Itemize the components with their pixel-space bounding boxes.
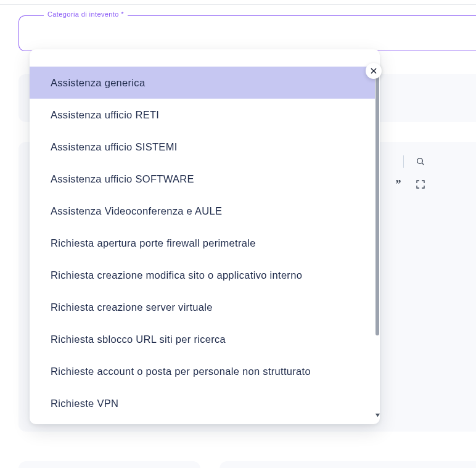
scrollbar-thumb[interactable] bbox=[375, 70, 379, 335]
svg-marker-5 bbox=[375, 413, 379, 416]
top-divider bbox=[0, 4, 476, 5]
search-icon[interactable] bbox=[415, 156, 426, 167]
category-select-field[interactable]: Categoria di intevento * bbox=[18, 15, 476, 51]
dropdown-option[interactable]: Richiesta apertura porte firewall perime… bbox=[30, 227, 375, 259]
dropdown-list: Assistenza genericaAssistenza ufficio RE… bbox=[30, 67, 375, 416]
scroll-arrow-down-icon[interactable] bbox=[374, 412, 380, 418]
editor-toolbar-row-1 bbox=[403, 155, 426, 168]
dropdown-list-viewport: Assistenza genericaAssistenza ufficio RE… bbox=[30, 67, 375, 416]
background-card-bottom-right bbox=[220, 461, 476, 468]
category-dropdown: Assistenza genericaAssistenza ufficio RE… bbox=[30, 49, 380, 424]
dropdown-option[interactable]: Richieste account o posta per personale … bbox=[30, 355, 375, 387]
dropdown-option[interactable]: Richiesta sblocco URL siti per ricerca bbox=[30, 323, 375, 355]
background-card-bottom-left bbox=[18, 461, 200, 468]
close-icon bbox=[369, 67, 378, 75]
category-field-label: Categoria di intevento * bbox=[44, 10, 128, 18]
dropdown-close-button[interactable] bbox=[366, 63, 382, 79]
editor-toolbar-row-2: ” bbox=[393, 179, 426, 190]
svg-point-0 bbox=[417, 158, 423, 164]
dropdown-option[interactable]: Richieste VPN bbox=[30, 387, 375, 416]
dropdown-option[interactable]: Richiesta creazione modifica sito o appl… bbox=[30, 259, 375, 291]
dropdown-option[interactable]: Assistenza ufficio RETI bbox=[30, 99, 375, 131]
toolbar-divider bbox=[403, 155, 404, 168]
expand-icon[interactable] bbox=[415, 179, 426, 190]
dropdown-option[interactable]: Assistenza Videoconferenza e AULE bbox=[30, 195, 375, 227]
dropdown-option[interactable]: Assistenza ufficio SOFTWARE bbox=[30, 163, 375, 195]
quote-icon[interactable]: ” bbox=[393, 179, 404, 190]
dropdown-scrollbar[interactable] bbox=[375, 67, 380, 416]
dropdown-option[interactable]: Assistenza generica bbox=[30, 67, 375, 99]
dropdown-option[interactable]: Assistenza ufficio SISTEMI bbox=[30, 131, 375, 163]
dropdown-option[interactable]: Richiesta creazione server virtuale bbox=[30, 291, 375, 323]
svg-line-1 bbox=[422, 163, 424, 165]
